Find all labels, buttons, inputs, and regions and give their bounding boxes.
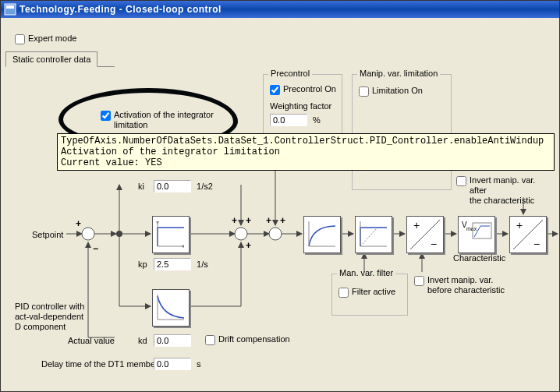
drift-compensation-label: Drift compensation — [218, 334, 290, 344]
svg-text:−: − — [533, 238, 540, 250]
limitation-on-label: Limitation On — [372, 86, 423, 96]
precontrol-on-input[interactable] — [270, 85, 280, 95]
invert-after-input[interactable] — [456, 176, 466, 186]
block-invert-2[interactable]: +− — [509, 216, 547, 253]
block-pt1[interactable] — [303, 216, 341, 253]
svg-point-16 — [269, 228, 282, 240]
titlebar: Technology.Feeding - Closed-loop control — [1, 1, 559, 18]
filter-active-input[interactable] — [338, 288, 349, 298]
svg-rect-1 — [6, 5, 14, 9]
kp-label: kp — [138, 260, 147, 269]
delay-time-unit: s — [197, 359, 201, 369]
svg-point-14 — [116, 231, 122, 237]
precontrol-on-label: Precontrol On — [283, 84, 336, 94]
group-man-var-filter-legend: Man. var. filter — [337, 268, 395, 277]
svg-point-15 — [235, 228, 247, 240]
drift-compensation-input[interactable] — [205, 335, 215, 345]
app-window: Technology.Feeding - Closed-loop control… — [0, 0, 560, 392]
characteristic-label: Characteristic — [453, 253, 505, 263]
tab-static-controller-data[interactable]: Static controller data — [5, 51, 97, 67]
block-invert-1[interactable]: +− — [406, 216, 444, 253]
svg-text:+: + — [232, 215, 237, 226]
svg-text:+: + — [246, 240, 251, 251]
invert-after-checkbox[interactable]: Invert manip. var. after the characteris… — [456, 175, 555, 206]
invert-before-label: Invert manip. var. before characteristic — [427, 275, 505, 295]
invert-before-checkbox[interactable]: Invert manip. var. before characteristic — [414, 275, 516, 295]
app-icon — [4, 3, 16, 16]
client-area: Expert mode Static controller data Preco… — [1, 18, 559, 391]
svg-text:+: + — [266, 215, 271, 226]
block-kp-gain[interactable] — [152, 216, 190, 253]
svg-text:max: max — [466, 226, 477, 231]
svg-text:−: − — [93, 243, 98, 254]
group-manip-var-lim-legend: Manip. var. limitation — [357, 69, 440, 78]
svg-point-13 — [82, 228, 94, 240]
kp-unit: 1/s — [197, 260, 208, 269]
ki-input[interactable]: 0.0 — [154, 180, 191, 192]
precontrol-on-checkbox[interactable]: Precontrol On — [270, 84, 336, 95]
weighting-factor-input[interactable]: 0.0 — [270, 114, 307, 126]
limitation-on-checkbox[interactable]: Limitation On — [359, 86, 423, 97]
invert-after-label: Invert manip. var. after the characteris… — [470, 175, 555, 206]
kd-label: kd — [138, 336, 147, 345]
expert-mode-input[interactable] — [15, 34, 25, 44]
svg-text:+: + — [246, 215, 251, 226]
delay-time-input[interactable]: 0.0 — [154, 358, 191, 370]
expert-mode-checkbox[interactable]: Expert mode — [15, 34, 76, 44]
expert-mode-label: Expert mode — [28, 34, 76, 44]
kp-input[interactable]: 2.5 — [154, 258, 191, 270]
block-characteristic[interactable]: Vmax — [458, 216, 495, 253]
svg-text:+: + — [516, 219, 523, 231]
group-manip-var-lim: Manip. var. limitation Limitation On — [352, 74, 452, 138]
svg-text:−: − — [431, 238, 437, 250]
svg-text:+: + — [280, 215, 285, 226]
group-precontrol-legend: Precontrol — [268, 69, 312, 78]
invert-before-input[interactable] — [414, 276, 424, 286]
actual-value-label: Actual value — [68, 336, 115, 345]
filter-active-checkbox[interactable]: Filter active — [338, 287, 395, 298]
kd-input[interactable]: 0.0 — [154, 334, 191, 347]
ki-label: ki — [138, 182, 144, 191]
filter-active-label: Filter active — [352, 287, 395, 297]
window-title: Technology.Feeding - Closed-loop control — [19, 4, 222, 15]
weighting-factor-label: Weighting factor — [270, 101, 331, 111]
block-dt1[interactable] — [152, 289, 190, 327]
svg-text:+: + — [76, 218, 81, 229]
block-ramp[interactable] — [355, 216, 392, 253]
tooltip-antiwindup: TypeOfAxis.NumberOfDataSets.DataSet_1.Co… — [57, 133, 555, 171]
setpoint-label: Setpoint — [32, 230, 63, 239]
group-man-var-filter: Man. var. filter Filter active — [331, 274, 408, 316]
weighting-factor-unit: % — [313, 115, 321, 125]
svg-text:+: + — [413, 219, 420, 231]
pid-caption: PID controller with act-val-dependent D … — [15, 302, 84, 332]
delay-time-label: Delay time of the DT1 member — [41, 359, 158, 369]
ki-unit: 1/s2 — [197, 182, 213, 191]
drift-compensation-checkbox[interactable]: Drift compensation — [205, 334, 290, 345]
limitation-on-input[interactable] — [359, 87, 369, 97]
